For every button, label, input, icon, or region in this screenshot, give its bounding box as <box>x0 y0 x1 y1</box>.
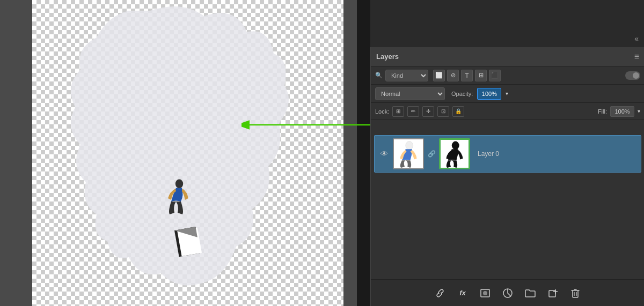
filter-shape-button[interactable]: ⊞ <box>475 70 487 81</box>
svg-point-9 <box>452 141 459 150</box>
new-layer-icon <box>548 288 558 298</box>
fill-dropdown-arrow[interactable]: ▾ <box>638 108 640 114</box>
kind-dropdown[interactable]: Kind <box>385 70 428 81</box>
blend-mode-row: Normal Opacity: ▾ <box>371 85 644 103</box>
layer-thumb-svg <box>394 140 422 168</box>
layers-panel: « × Layers ≡ 🔍 Kind ⬜ ⊘ T ⊞ ⬛ <box>370 0 644 306</box>
green-arrow <box>241 117 370 133</box>
fill-label: Fill: <box>598 108 607 115</box>
layer-list: 👁 🔗 <box>371 133 644 279</box>
layer-visibility-toggle[interactable]: 👁 <box>379 150 390 158</box>
lock-draw-button[interactable]: ✏ <box>407 106 419 117</box>
filter-icons: ⬜ ⊘ T ⊞ ⬛ <box>433 70 501 81</box>
link-icon <box>435 288 445 298</box>
canvas-area <box>0 0 357 306</box>
lock-move-button[interactable]: ✛ <box>422 106 434 117</box>
panel-menu-button[interactable]: ≡ <box>634 52 639 62</box>
layer-row[interactable]: 👁 🔗 <box>374 135 641 173</box>
layer-thumbnail <box>393 138 424 169</box>
new-layer-button[interactable] <box>545 286 560 301</box>
lock-row: Lock: ⊞ ✏ ✛ ⊡ 🔒 Fill: ▾ <box>371 103 644 120</box>
opacity-dropdown-arrow[interactable]: ▾ <box>506 91 508 96</box>
filter-pixel-button[interactable]: ⬜ <box>433 70 445 81</box>
filter-smart-button[interactable]: ⬛ <box>489 70 501 81</box>
fx-label: fx <box>459 289 466 297</box>
adjustment-layer-button[interactable] <box>500 286 515 301</box>
lock-label: Lock: <box>375 108 389 115</box>
panel-header: Layers ≡ <box>371 47 644 66</box>
layer-name: Layer 0 <box>478 150 499 158</box>
figure-canvas <box>32 0 343 306</box>
layer-effects-button[interactable]: fx <box>455 286 470 301</box>
collapse-button[interactable]: « <box>634 34 639 43</box>
layer-mask-thumbnail <box>439 138 470 169</box>
link-layers-button[interactable] <box>433 286 448 301</box>
trash-icon <box>571 288 580 298</box>
layer-mask-link-icon[interactable]: 🔗 <box>427 150 436 158</box>
opacity-label: Opacity: <box>451 91 473 97</box>
layers-inner: Layers ≡ 🔍 Kind ⬜ ⊘ T ⊞ ⬛ Normal <box>371 47 644 306</box>
delete-layer-button[interactable] <box>568 286 583 301</box>
search-icon: 🔍 <box>375 72 383 79</box>
mask-thumb-svg <box>441 140 469 168</box>
folder-icon <box>525 289 536 297</box>
panel-title: Layers <box>376 53 399 61</box>
canvas-content <box>32 0 343 306</box>
group-layers-button[interactable] <box>523 286 538 301</box>
blend-mode-dropdown[interactable]: Normal <box>375 87 445 100</box>
svg-point-7 <box>406 141 413 150</box>
bottom-toolbar: fx <box>371 279 644 306</box>
fill-input[interactable] <box>610 106 634 117</box>
filter-toggle[interactable] <box>625 71 640 80</box>
filter-text-button[interactable]: T <box>461 70 473 81</box>
lock-artboard-button[interactable]: ⊡ <box>437 106 449 117</box>
svg-point-11 <box>483 291 487 295</box>
filter-row: 🔍 Kind ⬜ ⊘ T ⊞ ⬛ <box>371 66 644 85</box>
lock-pixels-button[interactable]: ⊞ <box>392 106 404 117</box>
lock-all-button[interactable]: 🔒 <box>452 106 464 117</box>
panel-top-bar: « <box>370 0 644 47</box>
mask-icon <box>480 289 490 297</box>
add-mask-button[interactable] <box>478 286 493 301</box>
filter-adjust-button[interactable]: ⊘ <box>447 70 459 81</box>
opacity-input[interactable] <box>477 88 501 100</box>
filter-toggle-knob <box>633 72 639 79</box>
svg-point-0 <box>175 180 183 189</box>
adjustment-icon <box>503 288 513 298</box>
